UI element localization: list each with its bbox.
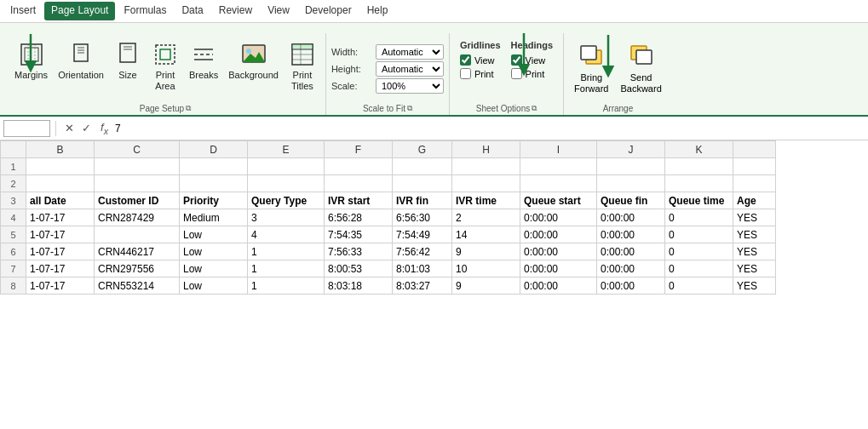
cell[interactable]: Low bbox=[180, 243, 248, 260]
cell[interactable] bbox=[393, 158, 452, 175]
cell[interactable]: 1 bbox=[248, 260, 325, 277]
cell[interactable]: 14 bbox=[452, 226, 520, 243]
cell[interactable]: 9 bbox=[452, 243, 520, 260]
menu-insert[interactable]: Insert bbox=[3, 2, 43, 20]
cell[interactable]: 2 bbox=[452, 209, 520, 226]
cell[interactable]: 0:00:00 bbox=[597, 277, 665, 295]
cell[interactable]: 1-07-17 bbox=[26, 277, 95, 295]
menu-data[interactable]: Data bbox=[175, 2, 210, 20]
cell[interactable]: YES bbox=[733, 277, 776, 295]
cell[interactable]: CRN553214 bbox=[95, 277, 180, 295]
cell[interactable]: CRN287429 bbox=[95, 209, 180, 226]
cell[interactable]: Low bbox=[180, 260, 248, 277]
scale-to-fit-expand-icon[interactable]: ⧉ bbox=[407, 104, 412, 113]
cell[interactable]: 1-07-17 bbox=[26, 260, 95, 277]
cell[interactable] bbox=[665, 175, 733, 192]
cell[interactable]: 10 bbox=[452, 260, 520, 277]
header-cell[interactable]: IVR fin bbox=[393, 192, 452, 209]
cell[interactable]: CRN297556 bbox=[95, 260, 180, 277]
cell[interactable]: 6:56:28 bbox=[325, 209, 393, 226]
cell[interactable]: 0:00:00 bbox=[520, 260, 597, 277]
header-cell[interactable]: Age bbox=[733, 192, 776, 209]
send-backward-button[interactable]: SendBackward bbox=[615, 37, 666, 98]
headings-view-checkbox[interactable] bbox=[511, 54, 522, 66]
cell[interactable]: Low bbox=[180, 277, 248, 295]
orientation-button[interactable]: Orientation bbox=[54, 38, 108, 83]
cell[interactable] bbox=[393, 175, 452, 192]
cell[interactable]: Medium bbox=[180, 209, 248, 226]
cell[interactable] bbox=[248, 175, 325, 192]
header-cell[interactable]: Query Type bbox=[248, 192, 325, 209]
cell[interactable] bbox=[325, 175, 393, 192]
col-header-E[interactable]: E bbox=[248, 141, 325, 158]
cell[interactable]: 0:00:00 bbox=[520, 209, 597, 226]
cell[interactable]: 0 bbox=[665, 209, 733, 226]
cell[interactable] bbox=[180, 158, 248, 175]
cell[interactable]: YES bbox=[733, 260, 776, 277]
bring-forward-button[interactable]: BringForward bbox=[569, 37, 613, 98]
cell[interactable] bbox=[95, 175, 180, 192]
header-cell[interactable]: Priority bbox=[180, 192, 248, 209]
cell[interactable]: 8:00:53 bbox=[325, 260, 393, 277]
menu-view[interactable]: View bbox=[261, 2, 296, 20]
cell[interactable] bbox=[26, 158, 95, 175]
margins-button[interactable]: Margins bbox=[10, 38, 52, 83]
header-cell[interactable]: IVR start bbox=[325, 192, 393, 209]
header-cell[interactable]: Queue time bbox=[665, 192, 733, 209]
scale-width-select[interactable]: Automatic 1 page 2 pages bbox=[376, 44, 444, 60]
cell[interactable]: 3 bbox=[248, 209, 325, 226]
col-header-C[interactable]: C bbox=[95, 141, 180, 158]
cell[interactable]: 1-07-17 bbox=[26, 226, 95, 243]
cell[interactable]: 0:00:00 bbox=[520, 243, 597, 260]
col-header-extra[interactable] bbox=[733, 141, 776, 158]
col-header-H[interactable]: H bbox=[452, 141, 520, 158]
cell[interactable] bbox=[26, 175, 95, 192]
cell[interactable]: YES bbox=[733, 243, 776, 260]
cell[interactable] bbox=[180, 175, 248, 192]
cell[interactable]: 0 bbox=[665, 277, 733, 295]
header-cell[interactable]: Queue fin bbox=[597, 192, 665, 209]
sheet-options-expand-icon[interactable]: ⧉ bbox=[532, 104, 537, 113]
gridlines-print-checkbox[interactable] bbox=[460, 68, 471, 79]
col-header-B[interactable]: B bbox=[26, 141, 95, 158]
cell[interactable]: YES bbox=[733, 209, 776, 226]
col-header-K[interactable]: K bbox=[665, 141, 733, 158]
cell[interactable]: 0:00:00 bbox=[520, 277, 597, 295]
cell[interactable] bbox=[95, 158, 180, 175]
cell[interactable]: 0:00:00 bbox=[597, 209, 665, 226]
cell[interactable]: 9 bbox=[452, 277, 520, 295]
col-header-F[interactable]: F bbox=[325, 141, 393, 158]
cell[interactable] bbox=[452, 158, 520, 175]
cell[interactable]: 7:56:42 bbox=[393, 243, 452, 260]
header-cell[interactable]: IVR time bbox=[452, 192, 520, 209]
menu-help[interactable]: Help bbox=[360, 2, 395, 20]
cell[interactable]: 8:03:18 bbox=[325, 277, 393, 295]
cell[interactable]: 0 bbox=[665, 260, 733, 277]
cell[interactable]: 1-07-17 bbox=[26, 243, 95, 260]
cell[interactable]: 0 bbox=[665, 243, 733, 260]
print-titles-button[interactable]: PrintTitles bbox=[285, 38, 320, 94]
cell[interactable] bbox=[597, 158, 665, 175]
col-header-J[interactable]: J bbox=[597, 141, 665, 158]
page-setup-expand-icon[interactable]: ⧉ bbox=[186, 104, 191, 113]
cell[interactable]: CRN446217 bbox=[95, 243, 180, 260]
cell[interactable]: Low bbox=[180, 226, 248, 243]
cell[interactable]: 8:03:27 bbox=[393, 277, 452, 295]
cell[interactable]: 0:00:00 bbox=[597, 226, 665, 243]
formula-input[interactable] bbox=[115, 123, 865, 134]
menu-developer[interactable]: Developer bbox=[298, 2, 359, 20]
cancel-formula-button[interactable]: ✕ bbox=[61, 121, 77, 136]
header-cell[interactable]: all Date bbox=[26, 192, 95, 209]
gridlines-view-checkbox[interactable] bbox=[460, 54, 471, 66]
cell[interactable]: 0:00:00 bbox=[597, 243, 665, 260]
cell[interactable]: 1 bbox=[248, 243, 325, 260]
menu-review[interactable]: Review bbox=[212, 2, 259, 20]
cell[interactable]: 7:54:35 bbox=[325, 226, 393, 243]
cell[interactable] bbox=[520, 175, 597, 192]
cell[interactable]: 7:56:33 bbox=[325, 243, 393, 260]
cell[interactable]: 4 bbox=[248, 226, 325, 243]
cell[interactable] bbox=[665, 158, 733, 175]
headings-print-checkbox[interactable] bbox=[511, 68, 522, 79]
size-button[interactable]: Size bbox=[110, 38, 146, 83]
cell[interactable] bbox=[452, 175, 520, 192]
